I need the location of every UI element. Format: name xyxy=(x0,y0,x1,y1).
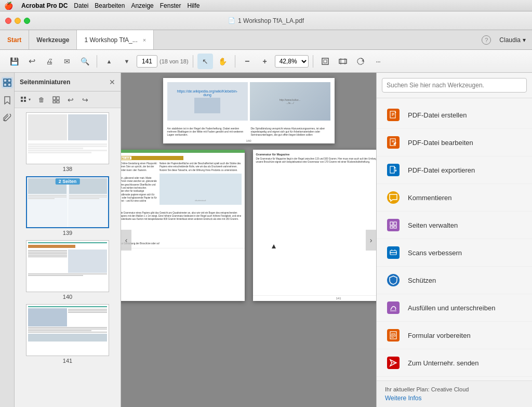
nav-prev-button[interactable]: ‹ xyxy=(121,230,131,251)
fit-page-button[interactable] xyxy=(317,54,333,69)
right-tools-panel: PDF-Datei erstellen PDF-Datei bearbeiten… xyxy=(376,73,532,407)
tool-protect-label: Schützen xyxy=(408,277,436,284)
menu-fenster[interactable]: Fenster xyxy=(160,2,181,9)
svg-rect-6 xyxy=(4,79,7,82)
cursor-tool-button[interactable]: ↖ xyxy=(197,54,213,69)
print-button[interactable]: 🖨 xyxy=(42,54,57,69)
svg-rect-26 xyxy=(390,166,394,173)
save-icon: 💾 xyxy=(10,57,19,65)
thumbnail-item-141[interactable]: 141 xyxy=(26,304,109,364)
undo-thumb-button[interactable]: ↩ xyxy=(64,94,77,106)
thumbnail-list: 138 2 Seiten xyxy=(15,108,121,407)
tool-send-label: Zum Unternehr. senden xyxy=(408,359,479,367)
tab-tools[interactable]: Werkzeuge xyxy=(29,30,77,49)
right-arrow-icon: › xyxy=(370,236,373,244)
tool-comment-icon xyxy=(385,189,402,206)
tool-export-pdf[interactable]: PDF-Datei exportieren xyxy=(377,156,532,184)
tool-export-pdf-label: PDF-Datei exportieren xyxy=(408,166,475,174)
svg-rect-2 xyxy=(339,59,347,63)
tab-close-button[interactable]: × xyxy=(143,37,146,43)
svg-rect-31 xyxy=(394,222,396,225)
toolbar-separator-2 xyxy=(193,55,193,68)
tab-tools-label: Werkzeuge xyxy=(36,36,69,44)
thumbnail-toolbar: ▾ 🗑 ↩ ↪ xyxy=(15,91,121,108)
next-page-button[interactable]: ▼ xyxy=(119,54,135,69)
sidebar-thumbnails-icon[interactable] xyxy=(2,77,13,88)
email-button[interactable]: ✉ xyxy=(59,54,75,69)
maximize-button[interactable] xyxy=(24,18,30,24)
menu-bearbeiten[interactable]: Bearbeiten xyxy=(95,2,125,9)
traffic-lights xyxy=(5,18,30,24)
close-panel-button[interactable]: ✕ xyxy=(109,78,115,86)
tab-home[interactable]: Start xyxy=(0,30,29,49)
close-button[interactable] xyxy=(5,18,11,24)
sidebar-bookmarks-icon[interactable] xyxy=(2,95,13,106)
tool-send[interactable]: Zum Unternehr. senden xyxy=(377,349,532,377)
insert-page-button[interactable] xyxy=(50,94,62,106)
tool-edit-pdf-icon xyxy=(385,134,402,151)
menu-datei[interactable]: Datei xyxy=(74,2,88,9)
toolbar-separator-3 xyxy=(235,55,235,68)
tool-edit-pdf-label: PDF-Datei bearbeiten xyxy=(408,139,473,147)
tool-scan-label: Scans verbessern xyxy=(408,249,462,257)
thumbnail-item-140[interactable]: 140 xyxy=(26,240,109,300)
tool-scan[interactable]: Scans verbessern xyxy=(377,239,532,267)
tool-create-pdf-icon xyxy=(385,107,402,123)
thumbnail-image-140 xyxy=(26,240,109,292)
svg-rect-12 xyxy=(21,100,23,102)
tool-form-label: Formular vorbereiten xyxy=(408,332,471,339)
page-number-input[interactable] xyxy=(137,55,157,68)
tool-create-pdf-label: PDF-Datei erstellen xyxy=(408,111,467,119)
help-button[interactable]: ? xyxy=(482,35,491,45)
tools-search-input[interactable] xyxy=(382,78,527,93)
save-button[interactable]: 💾 xyxy=(6,54,22,69)
hand-tool-button[interactable]: ✋ xyxy=(215,54,231,69)
print-icon: 🖨 xyxy=(46,57,53,65)
menu-hilfe[interactable]: Hilfe xyxy=(187,2,200,9)
app-name: Acrobat Pro DC xyxy=(21,2,68,9)
menu-anzeige[interactable]: Anzeige xyxy=(131,2,153,9)
fit-width-button[interactable] xyxy=(335,54,351,69)
tool-pages-label: Seiten verwalten xyxy=(408,221,458,229)
delete-page-button[interactable]: 🗑 xyxy=(35,94,48,106)
apple-menu[interactable]: 🍎 xyxy=(4,2,13,10)
tool-edit-pdf[interactable]: PDF-Datei bearbeiten xyxy=(377,129,532,156)
user-menu[interactable]: Claudia ▾ xyxy=(499,36,526,44)
redo-thumb-button[interactable]: ↪ xyxy=(79,94,91,106)
chevron-down-icon: ▾ xyxy=(523,36,526,44)
prev-page-icon: ▲ xyxy=(107,58,112,64)
nav-next-button[interactable]: › xyxy=(366,230,376,251)
next-page-icon: ▼ xyxy=(124,58,130,64)
svg-rect-7 xyxy=(8,79,11,82)
tool-pages[interactable]: Seiten verwalten xyxy=(377,212,532,239)
more-info-link[interactable]: Weitere Infos xyxy=(385,395,524,402)
pdf-page-140: Grammatur für Magazine Die Grammatur für… xyxy=(253,150,377,301)
search-button[interactable]: 🔍 xyxy=(77,54,92,69)
zoom-in-button[interactable]: + xyxy=(257,54,273,69)
tab-active-pdf[interactable]: 1 Workshop TfA_... × xyxy=(77,30,154,49)
fit-page-icon xyxy=(321,57,329,65)
tool-send-icon xyxy=(385,355,402,371)
more-tools-button[interactable]: ··· xyxy=(370,54,386,69)
prev-page-button[interactable]: ▲ xyxy=(101,54,117,69)
tool-create-pdf[interactable]: PDF-Datei erstellen xyxy=(377,101,532,129)
tool-comment[interactable]: Kommentieren xyxy=(377,184,532,212)
pdf-page-139: Papier – die Haptik entscheidet mit Godm… xyxy=(121,150,245,301)
zoom-out-button[interactable]: − xyxy=(240,54,255,69)
tool-fill-sign[interactable]: Ausfüllen und unterschreiben xyxy=(377,294,532,322)
sidebar-attachments-icon[interactable] xyxy=(2,112,13,124)
tool-form[interactable]: Formular vorbereiten xyxy=(377,322,532,349)
pdf-content-area[interactable]: ‹ › https://de.wikipedia.org/wiki/Klebeb… xyxy=(121,73,376,407)
svg-rect-41 xyxy=(391,335,393,336)
tool-protect[interactable]: Schützen xyxy=(377,267,532,294)
fit-width-icon xyxy=(339,57,347,65)
svg-rect-17 xyxy=(57,101,59,103)
thumbnail-view-button[interactable]: ▾ xyxy=(18,94,33,106)
rotate-button[interactable] xyxy=(353,54,368,69)
undo-button[interactable]: ↩ xyxy=(24,54,39,69)
zoom-in-icon: + xyxy=(263,57,267,65)
thumbnail-item-139[interactable]: 2 Seiten xyxy=(26,176,109,236)
thumbnail-item-138[interactable]: 138 xyxy=(26,112,109,172)
minimize-button[interactable] xyxy=(15,18,21,24)
zoom-select[interactable]: 42,8% 50% 75% 100% xyxy=(275,55,309,68)
